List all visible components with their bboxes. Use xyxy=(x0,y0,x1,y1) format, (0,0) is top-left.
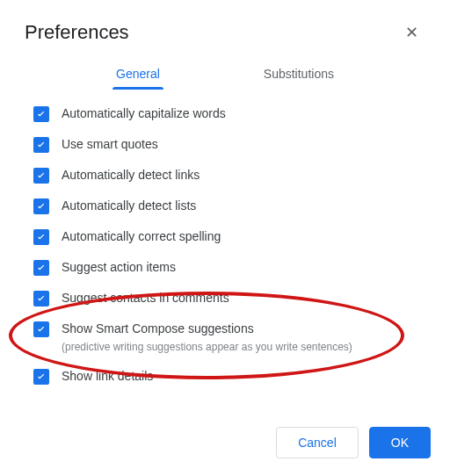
checkbox[interactable] xyxy=(33,198,49,214)
dialog-header: Preferences ✕ xyxy=(0,0,450,53)
option-label: Show Smart Compose suggestions xyxy=(62,321,352,336)
option-row: Show link details xyxy=(33,368,417,385)
checkbox[interactable] xyxy=(33,106,49,122)
checkbox[interactable] xyxy=(33,168,49,184)
option-label-block: Automatically detect lists xyxy=(62,198,196,213)
option-label-block: Suggest contacts in comments xyxy=(62,290,229,306)
checkbox[interactable] xyxy=(33,137,49,153)
option-row: Automatically capitalize words xyxy=(33,105,417,122)
ok-button[interactable]: OK xyxy=(369,427,431,458)
option-label-block: Automatically detect links xyxy=(62,167,200,183)
tab-general[interactable]: General xyxy=(112,60,163,90)
option-label: Use smart quotes xyxy=(62,136,158,152)
option-row: Automatically detect lists xyxy=(33,198,417,214)
option-label: Automatically correct spelling xyxy=(62,228,221,244)
option-label-block: Use smart quotes xyxy=(62,136,158,152)
option-description: (predictive writing suggestions appear a… xyxy=(62,340,352,354)
option-label-block: Automatically capitalize words xyxy=(62,105,226,121)
checkbox[interactable] xyxy=(33,291,49,307)
options-list: Automatically capitalize wordsUse smart … xyxy=(0,90,450,407)
close-icon[interactable]: ✕ xyxy=(398,21,425,44)
cancel-button[interactable]: Cancel xyxy=(276,427,359,458)
dialog-title: Preferences xyxy=(25,21,129,44)
option-label-block: Automatically correct spelling xyxy=(62,228,221,244)
option-row: Use smart quotes xyxy=(33,136,417,153)
option-row: Suggest contacts in comments xyxy=(33,290,417,307)
checkbox[interactable] xyxy=(33,321,49,337)
option-row: Show Smart Compose suggestions(predictiv… xyxy=(33,321,417,354)
option-row: Automatically correct spelling xyxy=(33,228,417,245)
option-row: Suggest action items xyxy=(33,259,417,276)
preferences-dialog: Preferences ✕ General Substitutions Auto… xyxy=(0,0,450,476)
tabs: General Substitutions xyxy=(0,60,450,90)
tab-substitutions[interactable]: Substitutions xyxy=(260,60,338,90)
checkbox[interactable] xyxy=(33,369,49,385)
option-label: Suggest contacts in comments xyxy=(62,290,229,306)
option-label-block: Show link details xyxy=(62,368,153,384)
option-label: Show link details xyxy=(62,368,153,384)
option-label-block: Show Smart Compose suggestions(predictiv… xyxy=(62,321,352,354)
checkbox[interactable] xyxy=(33,260,49,276)
option-label: Automatically capitalize words xyxy=(62,105,226,121)
option-label: Suggest action items xyxy=(62,259,176,275)
option-label: Automatically detect links xyxy=(62,167,200,183)
option-label: Automatically detect lists xyxy=(62,198,196,213)
option-label-block: Suggest action items xyxy=(62,259,176,275)
checkbox[interactable] xyxy=(33,229,49,245)
option-row: Automatically detect links xyxy=(33,167,417,184)
dialog-footer: Cancel OK xyxy=(276,427,431,458)
